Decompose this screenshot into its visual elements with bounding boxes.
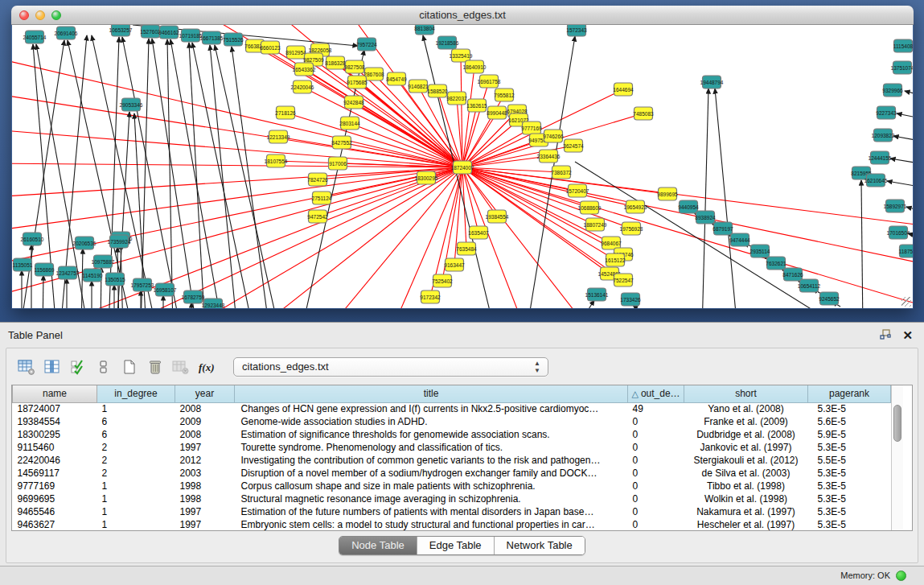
table-cell[interactable]: 9115460 [13,441,97,454]
black-edge[interactable] [906,207,913,213]
network-node[interactable]: 15136141 [585,288,609,301]
network-node[interactable]: 10975887 [92,255,115,268]
table-cell[interactable]: 0 [628,415,684,428]
table-cell[interactable]: 2003 [175,467,235,480]
table-cell[interactable]: 0 [628,480,684,492]
table-cell[interactable]: 2008 [175,402,235,415]
column-header-year[interactable]: year [175,385,235,402]
red-edge[interactable] [285,113,462,167]
red-edge[interactable] [12,130,462,167]
network-node[interactable]: 8813804 [414,25,435,35]
table-cell[interactable]: 1 [97,505,175,518]
black-edge[interactable] [890,159,913,165]
red-edge[interactable] [462,167,913,303]
table-cell[interactable]: 0 [628,505,684,518]
table-cell[interactable]: 9699695 [13,492,97,505]
network-node[interactable]: 18640910 [463,60,487,73]
column-header-name[interactable]: name [13,385,97,402]
network-node[interactable]: 26160510 [21,233,44,245]
network-node[interactable]: 8186328 [325,56,346,69]
table-cell[interactable]: 0 [628,467,684,480]
table-cell[interactable]: 5.5E-5 [808,454,891,467]
table-cell[interactable]: 5.6E-5 [808,415,891,428]
network-node[interactable]: 7957224 [356,38,377,51]
network-node[interactable]: 17957253 [131,278,154,291]
network-node[interactable]: 9440954 [678,200,699,213]
network-node[interactable]: 10719185 [179,29,203,42]
table-cell[interactable]: 0 [628,518,684,531]
table-cell[interactable]: Tourette syndrome. Phenomenology and cla… [235,441,628,454]
table-row[interactable]: 1830029562008Estimation of significance … [13,428,891,441]
table-cell[interactable]: 1997 [175,441,235,454]
black-edge[interactable] [232,47,269,308]
scrollbar-thumb[interactable] [893,405,901,442]
network-node[interactable]: 19756928 [620,222,643,235]
network-node[interactable]: 2718126 [275,106,296,119]
network-node[interactable]: 9827508 [344,60,365,73]
network-node[interactable]: 23364436 [537,150,561,163]
red-edge[interactable] [253,167,462,308]
table-cell[interactable]: Estimation of the future numbers of pati… [235,505,628,518]
network-node[interactable]: 2803144 [339,117,360,130]
network-node[interactable]: 1145190 [83,269,103,282]
table-cell[interactable]: 5.3E-5 [808,518,891,531]
table-row[interactable]: 2242004622012Investigating the contribut… [13,454,891,467]
table-row[interactable]: 1456911722003Disruption of a novel membe… [13,467,891,480]
network-node[interactable]: 1135051 [13,258,33,271]
table-cell[interactable]: Tibbo et al. (1998) [684,480,808,492]
table-cell[interactable]: 1997 [175,518,235,531]
table-cell[interactable]: 9465546 [13,505,97,518]
column-visibility-icon[interactable] [68,357,88,377]
citation-network-graph[interactable]: 24055714 20691406 8813804 1572343 106532… [12,25,913,308]
network-node[interactable]: 7632621 [766,257,786,270]
red-edge[interactable] [462,105,477,167]
window-titlebar[interactable]: citations_edges.txt [11,6,914,25]
select-columns-icon[interactable] [42,357,63,377]
network-node[interactable]: 7386372 [551,166,572,179]
table-cell[interactable]: 0 [628,492,684,505]
network-node[interactable]: 9227343 [876,106,897,119]
network-node[interactable]: 12444155 [869,151,892,164]
network-node[interactable]: 19384554 [486,210,509,223]
network-node[interactable]: 18724007 [451,161,474,174]
network-node[interactable]: 10653257 [109,25,133,36]
network-node[interactable]: 19448794 [700,76,724,89]
table-cell[interactable]: Genome-wide association studies in ADHD. [235,415,628,428]
network-node[interactable]: 16671385 [200,31,224,44]
network-node[interactable]: 12093822 [872,129,895,142]
black-edge[interactable] [887,181,913,188]
table-row[interactable]: 911546021997Tourette syndrome. Phenomeno… [13,441,891,454]
network-node[interactable]: 9172342 [420,290,441,303]
network-node[interactable]: 7515526 [223,33,244,46]
network-node[interactable]: 1362615 [466,99,487,112]
network-node[interactable]: 13751074 [891,61,913,74]
table-cell[interactable]: 1 [97,480,175,492]
table-row[interactable]: 1872400712008Changes of HCN gene express… [13,402,891,415]
tab-edge-table[interactable]: Edge Table [417,537,495,554]
delete-table-icon[interactable] [145,357,166,377]
column-header-short[interactable]: short [684,385,808,402]
table-cell[interactable]: Yano et al. (2008) [684,402,808,415]
network-node[interactable]: 9777169 [521,122,542,134]
table-cell[interactable]: Corpus callosum shape and size in male p… [235,480,628,492]
table-cell[interactable]: Structural magnetic resonance image aver… [235,492,628,505]
table-cell[interactable]: 5.3E-5 [808,441,891,454]
black-edge[interactable] [893,136,913,142]
table-cell[interactable]: 6 [97,428,175,441]
network-node[interactable]: 1350515 [105,273,125,286]
network-node[interactable]: 8471626 [782,268,803,281]
network-node[interactable]: 1635407 [468,226,489,239]
network-node[interactable]: 9822037 [446,92,467,105]
network-node[interactable]: 7955812 [494,89,515,101]
black-edge[interactable] [152,39,197,308]
network-node[interactable]: 1588520 [427,84,448,97]
network-node[interactable]: 8938924 [695,211,716,224]
network-node[interactable]: 7485083 [633,107,654,120]
network-node[interactable]: 12342757 [56,266,80,279]
table-cell[interactable]: 19384554 [13,415,97,428]
network-node[interactable]: 917006 [329,157,347,170]
table-cell[interactable]: Stergiakouli et al. (2012) [684,454,808,467]
network-node[interactable]: 16961758 [478,75,501,88]
row-height-icon[interactable] [93,357,114,377]
network-node[interactable]: 9746266 [543,130,564,142]
